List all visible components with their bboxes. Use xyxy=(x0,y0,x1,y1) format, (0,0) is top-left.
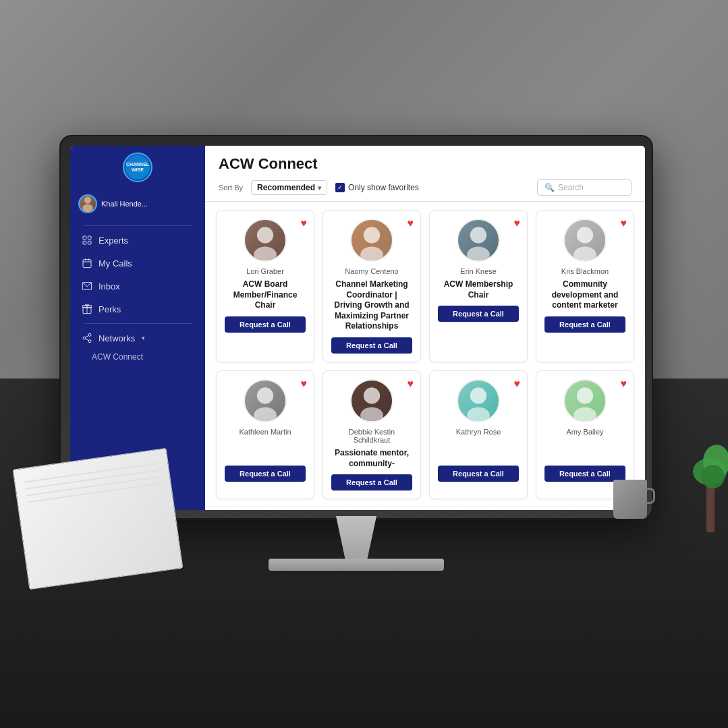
request-call-button-erin-knese[interactable]: Request a Call xyxy=(438,306,519,322)
notebook xyxy=(13,448,184,590)
card-debbie-kestin: ♥ Debbie Kestin Schildkraut Passionate m… xyxy=(323,370,421,499)
card-title-lori-graber: ACW Board Member/Finance Chair xyxy=(225,279,306,311)
logo-text: CHANNEL WISE xyxy=(125,162,150,172)
svg-point-16 xyxy=(88,340,91,343)
gift-icon xyxy=(81,303,93,315)
sidebar-item-inbox[interactable]: Inbox xyxy=(70,275,205,298)
svg-point-28 xyxy=(257,387,273,403)
svg-point-35 xyxy=(573,407,596,422)
favorite-heart-kathleen-martin[interactable]: ♥ xyxy=(301,378,308,390)
svg-rect-3 xyxy=(88,236,91,240)
search-icon: 🔍 xyxy=(544,183,555,192)
checkmark-icon: ✓ xyxy=(337,184,343,191)
svg-point-23 xyxy=(360,246,383,262)
card-title-naomy-centeno: Channel Marketing Coordinator | Driving … xyxy=(331,279,412,332)
card-avatar-kathryn-rose xyxy=(457,379,500,422)
svg-rect-6 xyxy=(83,260,91,268)
sidebar-networks-label: Networks xyxy=(99,333,135,343)
sidebar-item-my-calls[interactable]: My Calls xyxy=(70,252,205,275)
sort-value: Recommended xyxy=(257,183,315,192)
main-content: ACW Connect Sort By Recommended ▾ ✓ Only… xyxy=(205,146,645,510)
acw-connect-label: ACW Connect xyxy=(92,352,143,362)
svg-rect-5 xyxy=(88,241,91,244)
svg-point-15 xyxy=(83,337,86,339)
svg-point-25 xyxy=(467,246,490,262)
svg-point-0 xyxy=(84,196,91,203)
avatar xyxy=(78,194,97,213)
main-header: ACW Connect Sort By Recommended ▾ ✓ Only… xyxy=(205,146,645,202)
card-avatar-erin-knese xyxy=(457,219,500,262)
svg-point-31 xyxy=(360,407,383,422)
favorite-heart-amy-bailey[interactable]: ♥ xyxy=(621,378,627,390)
card-avatar-kathleen-martin xyxy=(244,379,287,422)
svg-point-33 xyxy=(467,407,490,422)
svg-point-1 xyxy=(82,204,92,212)
card-naomy-centeno: ♥ Naomy Centeno Channel Marketing Coordi… xyxy=(323,210,421,362)
favorites-label: Only show favorites xyxy=(348,183,419,192)
svg-point-30 xyxy=(364,387,380,403)
request-call-button-kathryn-rose[interactable]: Request a Call xyxy=(438,466,519,482)
favorite-heart-kris-blackmon[interactable]: ♥ xyxy=(621,217,627,229)
sidebar-inbox-label: Inbox xyxy=(99,281,120,291)
card-name-amy-bailey: Amy Bailey xyxy=(566,428,603,436)
svg-point-26 xyxy=(577,227,593,243)
sidebar-divider-1 xyxy=(84,225,192,226)
sort-select[interactable]: Recommended ▾ xyxy=(251,180,327,195)
page-title: ACW Connect xyxy=(219,155,632,173)
person-icon xyxy=(81,234,93,246)
favorite-heart-kathryn-rose[interactable]: ♥ xyxy=(514,378,521,390)
card-name-kris-blackmon: Kris Blackmon xyxy=(561,267,609,275)
svg-point-21 xyxy=(254,246,277,262)
request-call-button-lori-graber[interactable]: Request a Call xyxy=(225,316,306,333)
svg-point-14 xyxy=(88,333,91,336)
card-title-kris-blackmon: Community development and content market… xyxy=(544,279,625,311)
card-avatar-lori-graber xyxy=(244,219,287,262)
sidebar-item-networks[interactable]: Networks ▾ xyxy=(70,327,205,349)
svg-rect-2 xyxy=(83,236,86,240)
sidebar-item-acw-connect[interactable]: ACW Connect xyxy=(70,349,205,364)
sidebar-user[interactable]: Khali Hende... xyxy=(70,190,205,217)
search-box[interactable]: 🔍 Search xyxy=(537,179,632,196)
svg-line-18 xyxy=(86,335,89,337)
sort-by-label: Sort By xyxy=(219,184,243,192)
sidebar-divider-2 xyxy=(84,323,192,324)
card-avatar-amy-bailey xyxy=(563,379,607,422)
cards-area: ♥ Lori Graber ACW Board Member/Finance C… xyxy=(205,202,645,510)
sidebar-logo: CHANNEL WISE xyxy=(123,152,152,182)
favorite-heart-erin-knese[interactable]: ♥ xyxy=(514,217,521,229)
card-title-debbie-kestin: Passionate mentor, community- xyxy=(331,448,412,469)
request-call-button-debbie-kestin[interactable]: Request a Call xyxy=(331,474,412,491)
favorites-checkbox[interactable]: ✓ xyxy=(335,183,345,192)
cards-grid: ♥ Lori Graber ACW Board Member/Finance C… xyxy=(216,210,634,499)
card-name-erin-knese: Erin Knese xyxy=(460,267,497,275)
svg-line-17 xyxy=(86,339,89,341)
monitor-base xyxy=(269,559,444,571)
sidebar-item-perks[interactable]: Perks xyxy=(70,298,205,320)
sidebar-experts-label: Experts xyxy=(99,235,128,246)
favorite-heart-lori-graber[interactable]: ♥ xyxy=(301,217,308,229)
sidebar-item-experts[interactable]: Experts xyxy=(70,229,205,252)
card-name-kathryn-rose: Kathryn Rose xyxy=(456,428,501,436)
card-erin-knese: ♥ Erin Knese ACW Membership Chair Reques… xyxy=(429,210,528,362)
logo-inner: CHANNEL WISE xyxy=(125,155,150,179)
inbox-icon xyxy=(81,280,93,292)
favorite-heart-debbie-kestin[interactable]: ♥ xyxy=(408,378,414,390)
request-call-button-kris-blackmon[interactable]: Request a Call xyxy=(544,316,625,333)
card-name-lori-graber: Lori Graber xyxy=(246,267,284,275)
svg-point-24 xyxy=(470,227,486,243)
card-avatar-naomy-centeno xyxy=(350,219,393,262)
svg-point-22 xyxy=(364,227,380,243)
card-title-erin-knese: ACW Membership Chair xyxy=(438,279,519,300)
svg-point-32 xyxy=(470,387,486,403)
svg-point-27 xyxy=(573,246,596,262)
plant xyxy=(706,478,715,532)
mug xyxy=(613,480,647,519)
request-call-button-kathleen-martin[interactable]: Request a Call xyxy=(225,466,306,482)
card-lori-graber: ♥ Lori Graber ACW Board Member/Finance C… xyxy=(216,210,314,362)
svg-point-20 xyxy=(257,227,273,243)
favorites-filter[interactable]: ✓ Only show favorites xyxy=(335,183,419,192)
favorite-heart-naomy-centeno[interactable]: ♥ xyxy=(408,217,414,229)
filter-bar: Sort By Recommended ▾ ✓ Only show favori… xyxy=(219,179,632,196)
chevron-down-icon: ▾ xyxy=(142,335,145,341)
request-call-button-naomy-centeno[interactable]: Request a Call xyxy=(331,337,412,354)
